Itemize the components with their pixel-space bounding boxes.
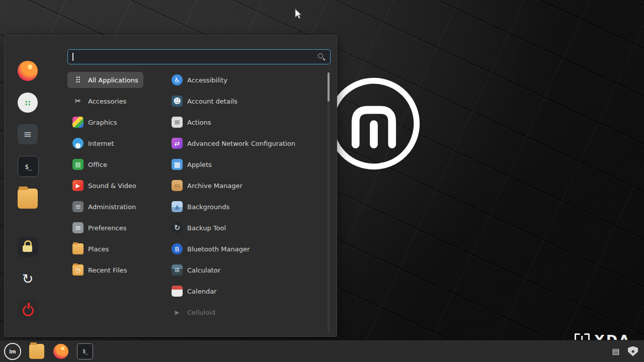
category-item[interactable]: ▤ Office	[67, 156, 112, 172]
celluloid-icon: ▶	[172, 307, 183, 318]
application-label: Celluloid	[187, 309, 215, 316]
files-icon[interactable]	[18, 189, 38, 209]
system-settings-icon[interactable]: ≡	[18, 124, 38, 144]
taskbar-launcher[interactable]: $_	[76, 343, 94, 360]
category-label: Sound & Video	[88, 182, 136, 190]
taskbar-terminal-icon: $_	[77, 343, 93, 359]
application-item[interactable]: Calendar	[167, 283, 221, 299]
application-label: Archive Manager	[187, 182, 243, 190]
category-label: Administration	[88, 203, 136, 211]
favorites-top: ⠶≡$_	[18, 61, 39, 209]
application-item[interactable]: ▦ Applets	[167, 156, 217, 172]
mint-logo-watermark	[325, 74, 423, 173]
lock-icon[interactable]	[18, 237, 38, 257]
taskbar-launcher[interactable]	[28, 343, 45, 360]
category-label: Internet	[88, 140, 114, 147]
category-item[interactable]: ◷ Recent Files	[67, 262, 132, 278]
logout-icon[interactable]: ↻	[18, 268, 38, 289]
category-item[interactable]: ✂ Accessories	[67, 93, 131, 109]
category-item[interactable]: ≡ Administration	[67, 199, 141, 215]
internet-icon	[72, 138, 84, 149]
category-label: Office	[88, 161, 107, 168]
mint-menu-icon: lm	[4, 343, 21, 360]
accessories-icon: ✂	[72, 96, 84, 107]
calculator-icon: ⊞	[172, 264, 183, 276]
recent-files-icon: ◷	[72, 264, 84, 276]
category-item[interactable]: Places	[67, 241, 114, 257]
category-label: Graphics	[88, 119, 117, 126]
taskbar-firefox-icon	[53, 344, 68, 359]
application-label: Account details	[187, 98, 237, 105]
application-item[interactable]: ↻ Backup Tool	[167, 220, 231, 236]
favorites-bottom: ↻	[18, 237, 38, 320]
account-details-icon: ☻	[172, 96, 183, 107]
application-label: Bluetooth Manager	[187, 245, 250, 253]
accessibility-icon: ♿	[172, 74, 183, 85]
taskbar: lm $_ ▤ ●	[0, 340, 644, 362]
applets-icon: ▦	[172, 159, 183, 170]
category-item[interactable]: ▶ Sound & Video	[67, 177, 141, 194]
terminal-icon[interactable]: $_	[18, 156, 39, 177]
advanced-network-icon: ⇄	[172, 138, 183, 149]
category-label: Accessories	[88, 98, 126, 105]
text-caret	[72, 53, 73, 61]
places-icon	[72, 243, 84, 254]
scrollbar-track[interactable]	[328, 72, 330, 332]
taskbar-launcher[interactable]	[52, 343, 69, 360]
category-label: Places	[88, 245, 109, 253]
reports-icon[interactable]: ▤	[611, 346, 621, 356]
application-list: ♿ Accessibility ☻ Account details ≡ Acti…	[167, 72, 300, 325]
application-label: Accessibility	[187, 76, 227, 84]
taskbar-launcher[interactable]: lm	[4, 343, 21, 360]
shutdown-icon[interactable]	[18, 300, 38, 320]
search-bar	[67, 49, 331, 64]
application-label: Applets	[187, 161, 212, 168]
application-label: Calculator	[187, 266, 220, 274]
scrollbar-thumb[interactable]	[328, 72, 330, 102]
application-item[interactable]: B Bluetooth Manager	[167, 241, 255, 257]
software-manager-icon[interactable]: ⠶	[18, 93, 38, 113]
category-label: Preferences	[88, 224, 126, 232]
application-item[interactable]: ⇄ Advanced Network Configuration	[167, 135, 300, 151]
app-menu: ⠶≡$_ ↻ ⠿ All Applications ✂ Accessories …	[4, 35, 337, 337]
firewall-icon[interactable]: ●	[628, 346, 638, 356]
category-item[interactable]: Internet	[67, 135, 119, 151]
application-label: Actions	[187, 119, 211, 126]
category-label: Recent Files	[88, 266, 127, 274]
calendar-icon	[172, 286, 183, 297]
application-label: Advanced Network Configuration	[187, 140, 295, 147]
preferences-icon: ≡	[72, 222, 84, 233]
all-applications-icon: ⠿	[72, 74, 84, 85]
taskbar-launchers: lm $_	[4, 343, 94, 360]
taskbar-files-icon	[29, 344, 44, 359]
bluetooth-icon: B	[172, 243, 183, 254]
search-input[interactable]	[75, 53, 318, 61]
sound-video-icon: ▶	[72, 180, 84, 191]
actions-icon: ≡	[172, 117, 183, 128]
application-item[interactable]: ≡ Actions	[167, 114, 216, 130]
application-label: Calendar	[187, 288, 216, 295]
application-item[interactable]: ⊞ Calculator	[167, 262, 225, 278]
category-item[interactable]: Graphics	[67, 114, 122, 130]
application-label: Backup Tool	[187, 224, 226, 232]
backup-tool-icon: ↻	[172, 222, 183, 233]
category-list: ⠿ All Applications ✂ Accessories Graphic…	[67, 72, 143, 283]
firefox-icon[interactable]	[18, 61, 38, 81]
graphics-icon	[72, 117, 84, 128]
application-item[interactable]: ☻ Account details	[167, 93, 243, 109]
search-icon	[318, 53, 326, 61]
application-item[interactable]: ▭ Archive Manager	[167, 177, 248, 194]
category-item[interactable]: ≡ Preferences	[67, 220, 131, 236]
backgrounds-icon: ▲	[172, 201, 183, 212]
application-item[interactable]: ▲ Backgrounds	[167, 199, 234, 215]
category-label: All Applications	[88, 76, 138, 84]
administration-icon: ≡	[72, 201, 84, 212]
archive-manager-icon: ▭	[172, 180, 183, 191]
office-icon: ▤	[72, 159, 84, 170]
application-item[interactable]: ▶ Celluloid	[167, 304, 220, 320]
application-label: Backgrounds	[187, 203, 229, 211]
category-item[interactable]: ⠿ All Applications	[67, 72, 143, 88]
system-tray: ▤ ●	[611, 346, 640, 356]
application-item[interactable]: ♿ Accessibility	[167, 72, 232, 88]
